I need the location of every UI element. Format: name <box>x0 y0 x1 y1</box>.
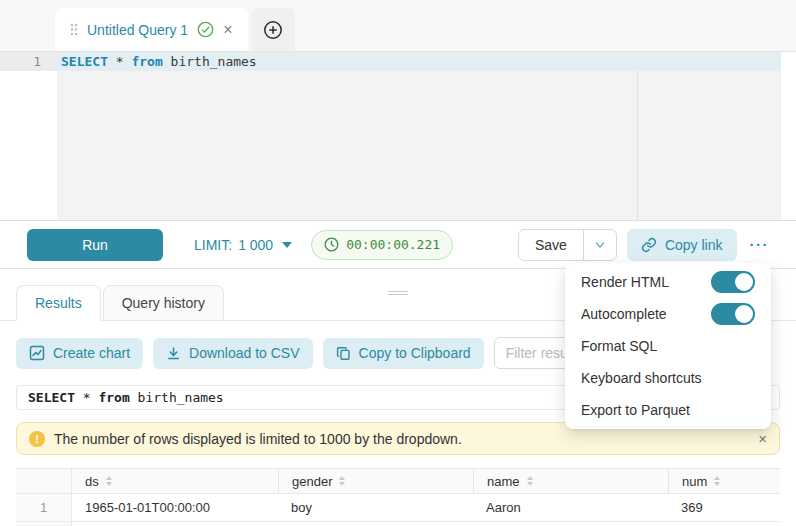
sql-keyword: SELECT <box>28 390 75 405</box>
chevron-down-icon <box>594 239 606 251</box>
save-split-button: Save <box>518 229 617 261</box>
link-icon <box>641 237 657 253</box>
cell-name: Aaron <box>473 500 668 515</box>
cell-num: 369 <box>668 500 780 515</box>
render-html-toggle[interactable] <box>711 271 755 293</box>
sql-text: * <box>108 54 131 69</box>
clock-icon <box>324 237 339 252</box>
autocomplete-toggle[interactable] <box>711 303 755 325</box>
save-button[interactable]: Save <box>519 230 583 260</box>
plus-circle-icon <box>263 20 283 40</box>
copy-link-button[interactable]: Copy link <box>627 229 737 261</box>
timer-value: 00:00:00.221 <box>346 237 440 252</box>
caret-down-icon <box>282 242 292 248</box>
drag-dots-icon[interactable] <box>70 23 78 36</box>
editor-code-line[interactable]: SELECT * from birth_names <box>61 52 257 71</box>
row-number-header <box>16 469 72 493</box>
more-options-menu: Render HTML Autocomplete Format SQL Keyb… <box>565 263 771 429</box>
chart-icon <box>29 345 45 361</box>
editor-tabbar: Untitled Query 1 × <box>0 0 796 52</box>
create-chart-button[interactable]: Create chart <box>16 338 143 369</box>
query-tab-active[interactable]: Untitled Query 1 × <box>55 8 248 51</box>
sql-lab-app: Untitled Query 1 × 1 S <box>0 0 796 526</box>
editor-scroll-gutter <box>781 52 796 220</box>
copy-clipboard-label: Copy to Clipboard <box>359 345 471 361</box>
column-header-name[interactable]: name <box>473 469 668 493</box>
sort-carets-icon[interactable] <box>339 476 345 486</box>
menu-item-export-parquet[interactable]: Export to Parquet <box>565 394 771 426</box>
run-toolbar: Run LIMIT: 1 000 00:00:00.221 Save <box>0 221 796 269</box>
menu-item-autocomplete[interactable]: Autocomplete <box>565 298 771 330</box>
column-header-gender[interactable]: gender <box>278 469 473 493</box>
limit-label: LIMIT: <box>194 237 232 253</box>
results-table-header: ds gender name num <box>16 468 780 494</box>
limit-value: 1 000 <box>238 237 273 253</box>
sql-editor[interactable]: 1 SELECT * from birth_names <box>0 52 796 221</box>
save-options-button[interactable] <box>583 230 616 260</box>
download-csv-button[interactable]: Download to CSV <box>153 338 313 369</box>
cell-ds: 1965-01-01T00:00:00 <box>72 500 278 515</box>
warning-close-icon[interactable]: × <box>758 430 767 447</box>
row-number-cell: 1 <box>16 494 72 521</box>
tab-query-history[interactable]: Query history <box>103 285 224 321</box>
limit-dropdown[interactable]: LIMIT: 1 000 <box>194 237 292 253</box>
copy-link-label: Copy link <box>665 237 723 253</box>
sql-keyword: SELECT <box>61 54 108 69</box>
query-timer: 00:00:00.221 <box>311 230 453 260</box>
sql-text: birth_names <box>163 54 257 69</box>
download-csv-label: Download to CSV <box>189 345 300 361</box>
copy-icon <box>336 346 351 361</box>
close-icon[interactable]: × <box>223 22 232 38</box>
sort-carets-icon[interactable] <box>714 476 720 486</box>
menu-item-render-html[interactable]: Render HTML <box>565 266 771 298</box>
editor-line-number: 1 <box>0 52 57 71</box>
tab-results[interactable]: Results <box>16 285 101 321</box>
table-row-partial <box>16 522 780 526</box>
ellipsis-menu-button[interactable]: ··· <box>750 236 770 253</box>
sql-keyword: from <box>98 390 129 405</box>
check-circle-icon <box>197 21 214 38</box>
warning-text: The number of rows displayed is limited … <box>54 431 462 447</box>
menu-item-keyboard-shortcuts[interactable]: Keyboard shortcuts <box>565 362 771 394</box>
exclamation-circle-icon: ! <box>29 431 45 447</box>
menu-item-format-sql[interactable]: Format SQL <box>565 330 771 362</box>
results-table: ds gender name num 1 1965-01-01T0 <box>16 468 780 526</box>
editor-print-margin <box>637 71 638 220</box>
column-header-num[interactable]: num <box>668 469 780 493</box>
download-icon <box>166 346 181 361</box>
editor-gutter <box>0 71 57 220</box>
create-chart-label: Create chart <box>53 345 130 361</box>
cell-gender: boy <box>278 500 473 515</box>
run-button[interactable]: Run <box>27 229 163 261</box>
sql-keyword: from <box>131 54 162 69</box>
column-header-ds[interactable]: ds <box>72 469 278 493</box>
copy-clipboard-button[interactable]: Copy to Clipboard <box>323 338 484 369</box>
sort-carets-icon[interactable] <box>106 476 112 486</box>
pane-resize-handle[interactable] <box>388 289 408 297</box>
add-query-tab-button[interactable] <box>251 8 295 51</box>
table-row[interactable]: 1 1965-01-01T00:00:00 boy Aaron 369 <box>16 494 780 522</box>
sort-carets-icon[interactable] <box>527 476 533 486</box>
query-tab-label: Untitled Query 1 <box>87 22 188 38</box>
